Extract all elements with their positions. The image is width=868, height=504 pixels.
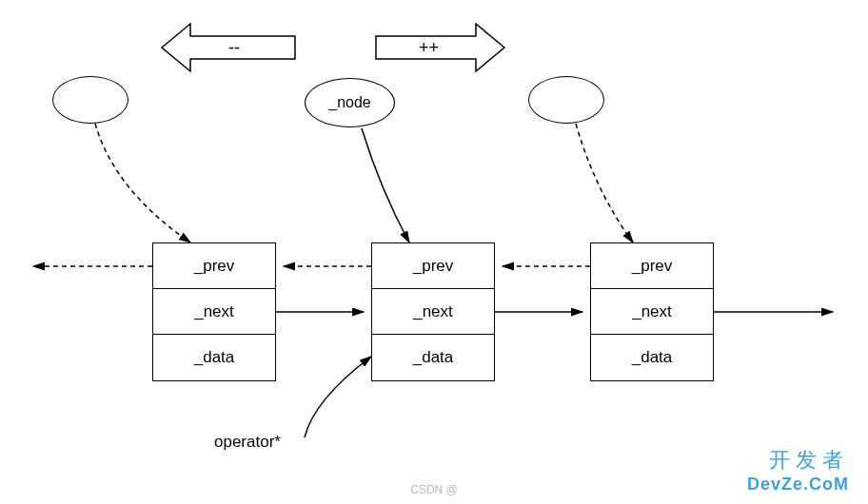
node-box-center: _prev _next _data bbox=[371, 242, 495, 381]
decrement-label: -- bbox=[228, 38, 240, 58]
right-ellipse bbox=[528, 76, 604, 124]
next-cell: _next bbox=[153, 289, 275, 335]
next-cell: _next bbox=[591, 289, 713, 335]
prev-cell: _prev bbox=[591, 243, 713, 289]
operator-label: operator* bbox=[214, 433, 281, 452]
right-ellipse-to-node bbox=[576, 124, 633, 242]
prev-cell: _prev bbox=[372, 243, 494, 289]
operator-to-data bbox=[305, 357, 371, 437]
left-ellipse-to-node bbox=[95, 124, 190, 242]
data-cell: _data bbox=[153, 335, 275, 380]
increment-label: ++ bbox=[419, 38, 439, 58]
node-ellipse-label: _node bbox=[328, 94, 371, 111]
prev-cell: _prev bbox=[153, 243, 275, 289]
center-ellipse: _node bbox=[305, 78, 395, 127]
left-ellipse bbox=[52, 76, 128, 124]
watermark-right: 开发者 DevZe.CoM bbox=[747, 446, 849, 494]
increment-arrow bbox=[376, 24, 504, 71]
watermark-en: DevZe.CoM bbox=[747, 475, 849, 494]
data-cell: _data bbox=[372, 335, 494, 380]
watermark-cn: 开发者 bbox=[747, 446, 849, 475]
next-cell: _next bbox=[372, 289, 494, 335]
center-ellipse-to-node bbox=[362, 128, 409, 242]
watermark-csdn: CSDN @ bbox=[410, 483, 458, 496]
data-cell: _data bbox=[591, 335, 713, 380]
node-box-right: _prev _next _data bbox=[590, 242, 714, 381]
node-box-left: _prev _next _data bbox=[152, 242, 276, 381]
